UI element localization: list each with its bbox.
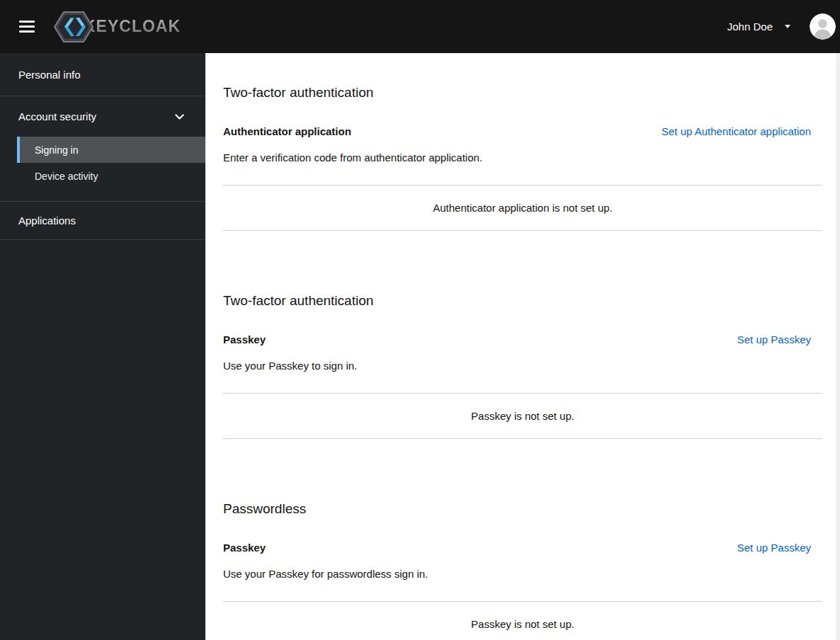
sidebar-divider [0, 189, 205, 202]
credential-description: Use your Passkey for passwordless sign i… [223, 567, 822, 581]
sidebar-item-signing-in[interactable]: Signing in [17, 137, 205, 163]
sidebar-item-label: Applications [18, 215, 76, 227]
credential-description: Enter a verification code from authentic… [223, 151, 822, 165]
empty-state-message: Passkey is not set up. [223, 394, 822, 438]
sidebar-item-applications[interactable]: Applications [0, 202, 205, 240]
sidebar-item-account-security[interactable]: Account security [0, 96, 205, 137]
setup-authenticator-link[interactable]: Set up Authenticator application [662, 125, 811, 137]
empty-state-message: Authenticator application is not set up. [223, 185, 822, 230]
credential-type-label: Authenticator application [223, 125, 351, 137]
masthead: KEYCLOAK John Doe [0, 0, 840, 53]
credential-type-label: Passkey [223, 542, 266, 554]
setup-passkey-passwordless-link[interactable]: Set up Passkey [737, 542, 811, 554]
sidebar-nav: Personal info Account security Signing i… [0, 53, 205, 640]
sidebar-item-label: Signing in [35, 144, 79, 156]
hamburger-bar [19, 21, 35, 23]
signing-in-page: Two-factor authentication Authenticator … [205, 53, 840, 640]
credential-type-label: Passkey [223, 333, 266, 345]
credential-type-row: Passkey Set up Passkey [223, 332, 822, 346]
divider [223, 230, 822, 231]
keycloak-hexagon-icon [54, 11, 93, 43]
credential-type-row: Authenticator application Set up Authent… [223, 124, 822, 138]
brand-wordmark: KEYCLOAK [84, 17, 181, 36]
credential-type-row: Passkey Set up Passkey [223, 540, 822, 554]
caret-down-icon [785, 25, 790, 28]
user-menu-dropdown[interactable]: John Doe [727, 21, 790, 33]
sidebar-item-label: Device activity [35, 171, 98, 182]
two-factor-passkey-section: Two-factor authentication Passkey Set up… [223, 292, 822, 439]
vertical-scrollbar[interactable] [836, 53, 840, 640]
hamburger-bar [19, 25, 35, 28]
hamburger-menu-icon[interactable] [19, 21, 35, 33]
setup-passkey-link[interactable]: Set up Passkey [737, 333, 811, 345]
section-heading: Two-factor authentication [223, 292, 822, 309]
account-security-subnav: Signing in Device activity [0, 137, 205, 189]
sidebar-item-personal-info[interactable]: Personal info [0, 53, 205, 96]
divider [223, 438, 822, 439]
sidebar-item-device-activity[interactable]: Device activity [17, 163, 205, 189]
two-factor-authenticator-section: Two-factor authentication Authenticator … [223, 84, 822, 231]
passwordless-section: Passwordless Passkey Set up Passkey Use … [223, 501, 822, 640]
avatar [810, 13, 836, 40]
section-heading: Passwordless [223, 501, 822, 518]
credential-description: Use your Passkey to sign in. [223, 359, 822, 373]
empty-state-message: Passkey is not set up. [223, 602, 822, 640]
sidebar-item-label: Personal info [18, 69, 81, 81]
chevron-down-icon [175, 114, 184, 120]
user-name: John Doe [727, 21, 773, 33]
hamburger-bar [19, 30, 35, 33]
section-heading: Two-factor authentication [223, 84, 822, 101]
sidebar-item-label: Account security [18, 110, 96, 122]
keycloak-logo[interactable]: KEYCLOAK [54, 11, 181, 43]
